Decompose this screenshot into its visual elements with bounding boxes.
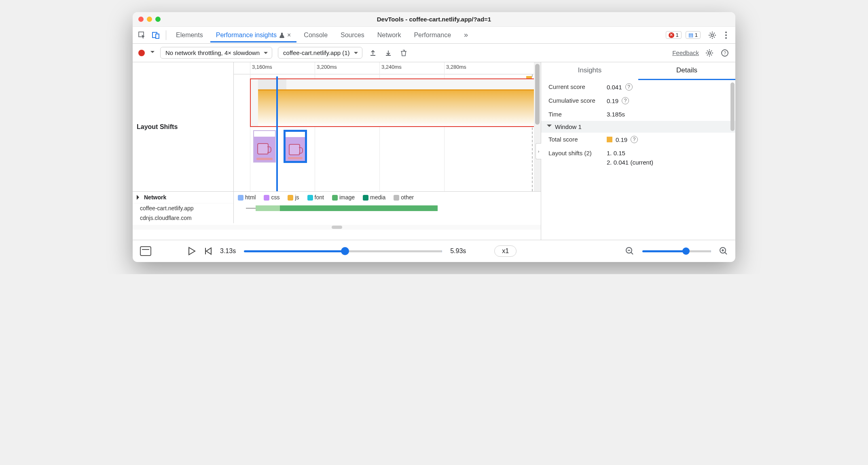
player-footer: 3.13s 5.93s x1 — [133, 240, 735, 262]
errors-badge[interactable]: ✕ 1 — [666, 31, 682, 39]
feedback-link[interactable]: Feedback — [672, 49, 699, 56]
timeline-start-label: 3.13s — [220, 247, 236, 255]
message-icon: ▤ — [688, 32, 693, 38]
play-button[interactable] — [188, 247, 196, 256]
chevron-down-icon — [547, 125, 552, 129]
titlebar: DevTools - coffee-cart.netlify.app/?ad=1 — [133, 12, 735, 27]
insights-tab[interactable]: Insights — [541, 62, 638, 80]
network-waterfall[interactable] — [234, 204, 541, 222]
vertical-scrollbar[interactable] — [534, 62, 541, 191]
main-tabstrip: Elements Performance insights × Console … — [133, 27, 735, 44]
flask-icon — [279, 32, 285, 38]
tab-network[interactable]: Network — [372, 28, 407, 42]
row-label-layout-shifts: Layout Shifts — [133, 62, 234, 191]
details-scrollbar[interactable] — [730, 82, 735, 131]
details-tab[interactable]: Details — [638, 62, 735, 80]
layout-shift-item[interactable]: 2. 0.041 (current) — [607, 159, 653, 166]
device-toggle-icon[interactable] — [150, 29, 162, 41]
panel-help-icon[interactable]: ? — [720, 48, 730, 58]
window-section-toggle[interactable]: Window 1 — [541, 121, 735, 133]
details-panel: › Insights Details Current score 0.041? … — [541, 62, 735, 240]
error-icon: ✕ — [669, 32, 674, 38]
timeline-end-label: 5.93s — [450, 247, 466, 255]
panel-toolbar: No network throttling, 4× slowdown coffe… — [133, 44, 735, 62]
network-legend: html css js font image media other — [234, 194, 541, 204]
tabs-overflow[interactable]: » — [458, 27, 474, 43]
playback-speed[interactable]: x1 — [494, 245, 517, 257]
settings-icon[interactable] — [706, 29, 718, 41]
svg-rect-2 — [156, 34, 159, 38]
window-title: DevTools - coffee-cart.netlify.app/?ad=1 — [133, 16, 735, 23]
export-icon[interactable] — [368, 48, 378, 58]
panel-settings-icon[interactable] — [705, 48, 714, 58]
filmstrip-thumbnail[interactable] — [253, 130, 276, 163]
svg-point-3 — [711, 34, 713, 36]
zoom-out-icon[interactable] — [625, 247, 634, 256]
layout-shift-item[interactable]: 1. 0.15 — [607, 150, 653, 156]
messages-badge[interactable]: ▤ 1 — [686, 31, 701, 39]
kebab-menu-icon[interactable] — [720, 29, 732, 41]
close-tab-icon[interactable]: × — [287, 32, 291, 39]
devtools-window: DevTools - coffee-cart.netlify.app/?ad=1… — [133, 12, 735, 262]
svg-text:?: ? — [724, 51, 726, 55]
network-host[interactable]: coffee-cart.netlify.app — [133, 203, 233, 213]
tab-sources[interactable]: Sources — [335, 28, 370, 42]
tab-performance-insights[interactable]: Performance insights × — [210, 28, 297, 42]
svg-point-5 — [725, 34, 727, 36]
delete-icon[interactable] — [399, 48, 409, 58]
help-icon[interactable]: ? — [631, 136, 638, 143]
zoom-slider[interactable] — [642, 250, 711, 252]
tab-elements[interactable]: Elements — [170, 28, 209, 42]
import-icon[interactable] — [383, 48, 393, 58]
record-options-chevron[interactable] — [150, 51, 155, 55]
network-host[interactable]: cdnjs.cloudflare.com — [133, 213, 233, 223]
timeline-canvas[interactable]: 3,160ms 3,200ms 3,240ms 3,280ms — [234, 62, 541, 191]
filmstrip-thumbnail-selected[interactable] — [284, 130, 307, 163]
disclosure-triangle-icon — [137, 195, 142, 200]
toggle-view-icon[interactable] — [140, 246, 151, 256]
inspect-icon[interactable] — [136, 29, 148, 41]
help-icon[interactable]: ? — [625, 83, 633, 91]
layout-shift-window-box — [250, 78, 538, 127]
help-icon[interactable]: ? — [622, 97, 629, 104]
tab-console[interactable]: Console — [298, 28, 333, 42]
score-color-swatch — [607, 137, 612, 142]
record-button[interactable] — [138, 50, 145, 56]
svg-point-7 — [708, 52, 711, 54]
svg-point-4 — [725, 32, 727, 33]
svg-point-6 — [725, 37, 727, 39]
tab-performance[interactable]: Performance — [408, 28, 457, 42]
zoom-in-icon[interactable] — [719, 247, 728, 256]
timeline-slider[interactable] — [244, 250, 442, 252]
panel-collapse-handle[interactable]: › — [536, 143, 541, 159]
replay-start-button[interactable] — [204, 247, 212, 256]
recording-select[interactable]: coffee-cart.netlify.app (1) — [278, 47, 362, 59]
timeline-ruler: 3,160ms 3,200ms 3,240ms 3,280ms — [234, 62, 541, 74]
network-section-toggle[interactable]: Network — [133, 192, 233, 203]
horizontal-scrollbar[interactable] — [133, 225, 541, 230]
throttling-select[interactable]: No network throttling, 4× slowdown — [160, 47, 272, 59]
